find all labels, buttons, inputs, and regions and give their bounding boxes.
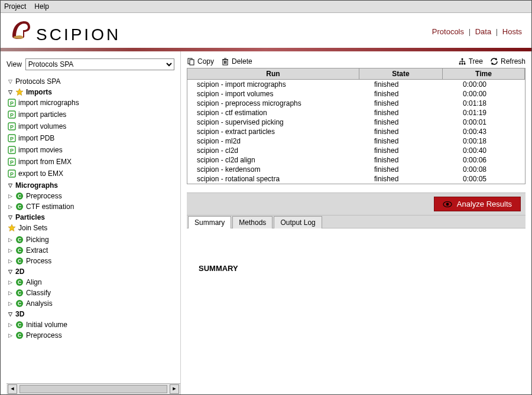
tree-item[interactable]: ▷CAnalysis <box>7 299 54 308</box>
col-state[interactable]: State <box>359 68 443 80</box>
tab-methods[interactable]: Methods <box>232 216 273 228</box>
cell-state: finished <box>372 146 460 155</box>
protocol-c-icon: C <box>15 278 24 286</box>
table-row[interactable]: scipion - import volumesfinished0:00:00 <box>187 89 525 99</box>
tree-item-label: Process <box>26 257 51 265</box>
tree-item[interactable]: ▷CAlign <box>7 278 43 287</box>
svg-text:C: C <box>18 237 21 243</box>
tree-3d[interactable]: ▽3D <box>7 309 25 319</box>
tree-view-button[interactable]: Tree <box>458 57 483 66</box>
svg-text:C: C <box>18 279 21 285</box>
table-row[interactable]: scipion - kerdensomfinished0:00:08 <box>187 165 525 174</box>
delete-button[interactable]: Delete <box>221 57 252 66</box>
cell-run: scipion - import micrographs <box>187 80 372 89</box>
tree-item[interactable]: Pimport movies <box>7 145 64 155</box>
tree-item[interactable]: Pimport micrographs <box>7 98 80 107</box>
col-run[interactable]: Run <box>187 68 359 80</box>
tree-item[interactable]: Pimport volumes <box>7 122 67 131</box>
menu-project[interactable]: Project <box>4 2 26 11</box>
link-hosts[interactable]: Hosts <box>502 27 522 36</box>
table-row[interactable]: scipion - ctf estimationfinished0:01:19 <box>187 108 525 117</box>
horizontal-scrollbar[interactable]: ◄ ► <box>7 383 180 394</box>
cell-state: finished <box>372 174 460 184</box>
menu-help[interactable]: Help <box>34 2 49 11</box>
svg-marker-0 <box>16 89 23 96</box>
collapse-icon: ▷ <box>8 332 13 338</box>
tree-item[interactable]: Pimport particles <box>7 110 67 119</box>
tree-item-label: import micrographs <box>18 99 79 107</box>
tree-particles[interactable]: ▽Particles <box>7 213 46 222</box>
tree-item-join-sets[interactable]: Join Sets <box>7 223 48 233</box>
cell-time: 0:00:00 <box>460 80 525 89</box>
tree-2d[interactable]: ▽2D <box>7 267 25 276</box>
tree-imports[interactable]: ▽Imports <box>7 87 53 97</box>
table-row[interactable]: scipion - cl2d alignfinished0:00:06 <box>187 155 525 165</box>
svg-point-56 <box>446 203 449 205</box>
link-data[interactable]: Data <box>475 27 491 36</box>
protocol-c-icon: C <box>15 289 24 297</box>
table-row[interactable]: scipion - supervised pickingfinished0:00… <box>187 117 525 127</box>
scroll-thumb[interactable] <box>20 385 167 393</box>
tree-item-label: CTF estimation <box>26 203 74 211</box>
tree-item[interactable]: ▷CPicking <box>7 235 50 244</box>
cell-run: scipion - cl2d align <box>187 155 372 165</box>
cell-run: scipion - supervised picking <box>187 117 372 127</box>
svg-point-47 <box>463 63 465 65</box>
link-protocols[interactable]: Protocols <box>432 27 464 36</box>
tree-item-label: import particles <box>18 110 66 119</box>
view-label: View <box>7 60 22 68</box>
scroll-right-icon[interactable]: ► <box>170 384 179 394</box>
separator: | <box>496 27 498 36</box>
protocol-p-icon: P <box>8 99 16 107</box>
table-row[interactable]: scipion - rotational spectrafinished0:00… <box>187 174 525 184</box>
tab-summary[interactable]: Summary <box>188 216 231 228</box>
tree-item[interactable]: ▷CPreprocess <box>7 191 63 201</box>
svg-text:P: P <box>10 100 14 106</box>
cell-state: finished <box>372 165 460 174</box>
svg-text:P: P <box>10 148 14 154</box>
tree-item[interactable]: ▷CClassify <box>7 288 52 298</box>
tree-item[interactable]: ▷CProcess <box>7 256 53 266</box>
header: SCIPION Protocols | Data | Hosts <box>1 13 531 48</box>
tree-item-label: Align <box>26 278 42 286</box>
col-time[interactable]: Time <box>443 68 525 80</box>
svg-text:C: C <box>18 204 21 210</box>
collapse-icon: ▷ <box>8 247 13 253</box>
svg-text:C: C <box>18 290 21 296</box>
copy-button[interactable]: Copy <box>187 57 214 66</box>
cell-run: scipion - ml2d <box>187 136 372 146</box>
tree-item[interactable]: ▷CInitial volume <box>7 320 69 329</box>
collapse-icon: ▷ <box>8 290 13 296</box>
protocol-tree[interactable]: ▽Protocols SPA ▽Imports Pimport microgra… <box>7 76 180 383</box>
table-row[interactable]: scipion - preprocess micrographsfinished… <box>187 99 525 108</box>
collapse-icon: ▷ <box>8 322 13 328</box>
tree-item[interactable]: ▷CExtract <box>7 246 49 255</box>
table-row[interactable]: scipion - extract particlesfinished0:00:… <box>187 127 525 136</box>
tree-item[interactable]: ▷CPreprocess <box>7 331 63 340</box>
tree-item[interactable]: ▷CCTF estimation <box>7 202 75 211</box>
cell-state: finished <box>372 89 460 99</box>
collapse-icon: ▷ <box>8 279 13 285</box>
tree-item[interactable]: Pimport from EMX <box>7 157 73 167</box>
protocol-c-icon: C <box>15 246 24 254</box>
runs-toolbar: Copy Delete Tree Refresh <box>187 56 525 68</box>
cell-time: 0:00:43 <box>460 127 525 136</box>
table-row[interactable]: scipion - cl2dfinished0:00:40 <box>187 146 525 155</box>
tree-root[interactable]: ▽Protocols SPA <box>7 77 61 86</box>
view-select[interactable]: Protocols SPA <box>25 58 174 70</box>
table-row[interactable]: scipion - import micrographsfinished0:00… <box>187 80 525 89</box>
cell-run: scipion - import volumes <box>187 89 372 99</box>
tree-micrographs[interactable]: ▽Micrographs <box>7 181 59 190</box>
tree-item[interactable]: Pexport to EMX <box>7 169 64 178</box>
refresh-button[interactable]: Refresh <box>490 57 525 66</box>
svg-text:C: C <box>18 301 21 306</box>
tab-output-log[interactable]: Output Log <box>274 216 322 228</box>
svg-text:P: P <box>10 124 14 130</box>
cell-time: 0:00:18 <box>460 136 525 146</box>
svg-text:P: P <box>10 136 14 142</box>
analyze-results-button[interactable]: Analyze Results <box>434 197 521 211</box>
tree-item[interactable]: Pimport PDB <box>7 133 56 143</box>
left-panel: View Protocols SPA ▽Protocols SPA ▽Impor… <box>1 51 181 394</box>
table-row[interactable]: scipion - ml2dfinished0:00:18 <box>187 136 525 146</box>
scroll-left-icon[interactable]: ◄ <box>8 384 17 394</box>
